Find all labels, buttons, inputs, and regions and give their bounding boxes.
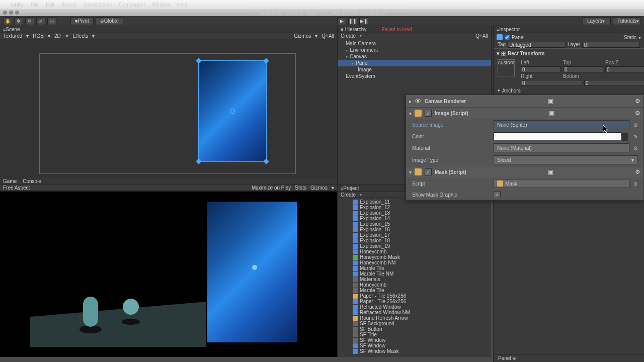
global-toggle[interactable]: ⊕ Global [96, 17, 123, 25]
game-view [0, 191, 337, 357]
hierarchy-list: Main Camera ▸Environment ▾Canvas ▾Panel … [338, 39, 491, 80]
hier-item[interactable]: ▸Environment [338, 47, 491, 53]
pause-button[interactable]: ❚❚ [348, 17, 357, 25]
project-item[interactable]: Honeycomb NM [338, 260, 491, 265]
script-icon [415, 110, 422, 117]
show-mask-checkbox[interactable]: ✓ [494, 191, 501, 198]
project-item[interactable]: Explosion_12 [338, 205, 491, 210]
object-name[interactable]: Panel [512, 35, 622, 40]
scale-tool[interactable]: ⤢ [36, 17, 45, 25]
project-item[interactable]: Honeycomb Mask [338, 254, 491, 260]
hier-item[interactable]: Main Camera [338, 40, 491, 47]
layout-dropdown[interactable]: Tutorials ▾ [613, 17, 641, 25]
menu-edit[interactable]: Edit [46, 2, 54, 8]
canvas-renderer-header[interactable]: ▸👁 Canvas Renderer ▣ ⚙ [406, 95, 643, 107]
hier-item[interactable]: EventSystem [338, 73, 491, 79]
menu-gameobject[interactable]: GameObject [84, 2, 112, 8]
project-item[interactable]: SF Window [338, 337, 491, 343]
gear-icon[interactable]: ⚙ [635, 110, 640, 117]
menu-help[interactable]: Help [177, 2, 188, 8]
help-icon[interactable]: ▣ [548, 98, 553, 105]
project-item[interactable]: SF Title [338, 332, 491, 337]
project-item[interactable]: Refracted Window [338, 304, 491, 310]
scene-subbar: Textured▾ RGB▾ 2D ✦Effects▾ Gizmos▾ Q+Al… [0, 33, 337, 39]
image-type-dropdown[interactable]: Sliced▾ [494, 155, 637, 164]
game-tabs: Game Console [0, 178, 337, 185]
project-item[interactable]: Explosion_19 [338, 243, 491, 249]
inspector-footer: Panel ⊕ [495, 354, 644, 362]
object-picker-icon[interactable]: ⊙ [633, 145, 637, 151]
project-item[interactable]: Explosion_18 [338, 238, 491, 243]
menu-window[interactable]: Window [152, 2, 170, 8]
object-picker-icon[interactable]: ⊙ [633, 181, 637, 187]
hier-item-selected[interactable]: ▾Panel [338, 60, 491, 66]
mask-component-header[interactable]: ▾ ✓ Mask (Script) ▣ ⚙ [406, 166, 643, 177]
gear-icon[interactable]: ⚙ [635, 98, 640, 105]
eyedropper-icon[interactable]: ✎ [633, 134, 637, 139]
project-item[interactable]: Explosion_13 [338, 210, 491, 216]
scene-tab[interactable]: ≡ Scene [0, 26, 337, 33]
scene-view[interactable] [0, 39, 337, 178]
menu-file[interactable]: File [31, 2, 39, 8]
project-item[interactable]: Refracted Window NM [338, 310, 491, 315]
help-icon[interactable]: ▣ [548, 168, 553, 175]
console-tab[interactable]: Console [23, 178, 41, 184]
project-item[interactable]: Honeycomb [338, 282, 491, 288]
anchor-preset[interactable]: custom [498, 59, 515, 76]
project-item[interactable]: Materials [338, 277, 491, 282]
project-item[interactable]: Round Refresh Arrow [338, 315, 491, 321]
project-item[interactable]: Marble Tile [338, 288, 491, 293]
gear-icon[interactable]: ⚙ [635, 168, 640, 175]
object-picker-icon[interactable]: ⊙ [633, 122, 637, 128]
project-item[interactable]: Explosion_15 [338, 221, 491, 227]
project-item[interactable]: Marble Tile [338, 265, 491, 271]
script-icon [415, 168, 422, 175]
hier-item[interactable]: ▾Canvas [338, 53, 491, 60]
project-list[interactable]: Explosion_11Explosion_12Explosion_13Expl… [338, 198, 491, 355]
script-field[interactable]: Mask [494, 179, 629, 188]
image-enabled-checkbox[interactable]: ✓ [425, 110, 432, 117]
project-item[interactable]: Paper - Tile 256x256 [338, 299, 491, 304]
help-icon[interactable]: ▣ [549, 110, 554, 117]
project-item[interactable]: Paper - Tile 256x256 [338, 293, 491, 299]
project-item[interactable]: SF Button [338, 326, 491, 332]
image-component-header[interactable]: ▾ ✓ Image (Script) ▣ ⚙ [406, 108, 643, 119]
hier-item[interactable]: Image [338, 66, 491, 73]
project-item[interactable]: SF Window Mask [338, 348, 491, 354]
inspector-tab[interactable]: ≡ Inspector [494, 26, 644, 33]
svg-rect-3 [83, 297, 98, 327]
material-field[interactable]: None (Material) [494, 143, 629, 152]
project-item[interactable]: SF Background [338, 321, 491, 326]
step-button[interactable]: ▶❚ [359, 17, 368, 25]
layers-dropdown[interactable]: Layers ▾ [583, 17, 611, 25]
svg-marker-0 [30, 302, 206, 347]
project-item[interactable]: Marble Tile NM [338, 271, 491, 277]
project-item[interactable]: SF Window [338, 343, 491, 348]
color-field[interactable] [494, 132, 621, 140]
menu-component[interactable]: Component [119, 2, 145, 8]
gameobject-icon [497, 34, 503, 40]
game-tab[interactable]: Game [3, 178, 17, 184]
pivot-toggle[interactable]: ■ Pivot [70, 17, 94, 25]
svg-point-4 [123, 299, 139, 315]
source-image-field[interactable]: None (Sprite) [494, 120, 629, 129]
rect-tool[interactable]: ▭ [47, 17, 56, 25]
visibility-icon: 👁 [415, 97, 422, 105]
project-item[interactable]: Honeycomb [338, 249, 491, 254]
active-checkbox[interactable] [505, 35, 510, 40]
failed-label: Failed to load [381, 27, 412, 32]
rotate-tool[interactable]: ↻ [25, 17, 34, 25]
window-title: Mask.unity - New UI Tools - PC, Mac & Li… [259, 10, 385, 16]
project-item[interactable]: Explosion_16 [338, 227, 491, 232]
menu-assets[interactable]: Assets [61, 2, 76, 8]
play-button[interactable]: ▶ [337, 17, 346, 25]
project-item[interactable]: Explosion_17 [338, 232, 491, 238]
move-tool[interactable]: ✥ [14, 17, 23, 25]
project-item[interactable]: Explosion_14 [338, 216, 491, 221]
panel-gizmo[interactable] [198, 60, 267, 162]
app-name[interactable]: Unity [11, 2, 24, 8]
mask-enabled-checkbox[interactable]: ✓ [425, 168, 432, 175]
rect-transform-header[interactable]: ▾ ⊞ Rect Transform [494, 49, 644, 58]
hierarchy-tab[interactable]: ≡ Hierarchy [341, 27, 366, 32]
hand-tool[interactable]: ✋ [3, 17, 12, 25]
